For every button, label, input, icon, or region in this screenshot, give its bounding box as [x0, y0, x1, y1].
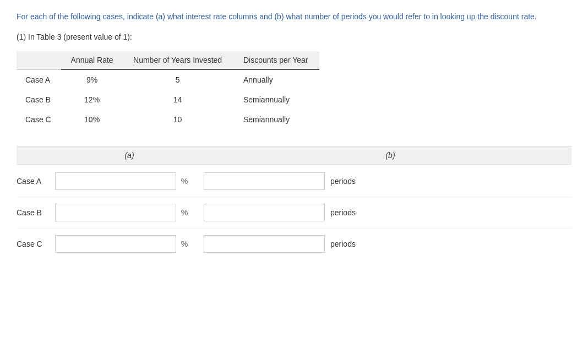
answer-row: Case A%periods	[17, 166, 571, 197]
cell-case: Case B	[17, 90, 61, 110]
answer-input-b-case-a[interactable]	[204, 172, 325, 190]
percent-sign: %	[176, 240, 193, 248]
answer-row: Case B%periods	[17, 197, 571, 229]
cell-discounts-per-year: Semiannually	[232, 90, 319, 110]
answer-header-a: (a)	[55, 151, 204, 160]
table-row: Case B12%14Semiannually	[17, 90, 319, 110]
answer-case-label: Case C	[17, 240, 55, 248]
cell-annual-rate: 10%	[61, 110, 123, 129]
answer-row: Case C%periods	[17, 229, 571, 259]
periods-label: periods	[330, 208, 369, 217]
cell-years-invested: 10	[123, 110, 232, 129]
cell-years-invested: 14	[123, 90, 232, 110]
cell-discounts-per-year: Annually	[232, 69, 319, 90]
percent-sign: %	[176, 208, 193, 217]
answer-case-label: Case B	[17, 208, 55, 217]
answer-input-a-case-a[interactable]	[55, 172, 176, 190]
table-row: Case C10%10Semiannually	[17, 110, 319, 129]
percent-sign: %	[176, 177, 193, 186]
data-table: Annual Rate Number of Years Invested Dis…	[17, 51, 319, 129]
cell-years-invested: 5	[123, 69, 232, 90]
answer-input-a-case-c[interactable]	[55, 235, 176, 253]
cell-annual-rate: 9%	[61, 69, 123, 90]
cell-case: Case A	[17, 69, 61, 90]
answer-rows-container: Case A%periodsCase B%periodsCase C%perio…	[17, 166, 571, 259]
answer-input-b-case-b[interactable]	[204, 204, 325, 221]
answer-case-label: Case A	[17, 177, 55, 186]
col-annual-rate-header: Annual Rate	[61, 51, 123, 69]
answer-header-b: (b)	[204, 151, 571, 160]
intro-text: For each of the following cases, indicat…	[17, 11, 571, 23]
cell-annual-rate: 12%	[61, 90, 123, 110]
answer-section-header: (a) (b)	[17, 146, 571, 165]
col-discounts-header: Discounts per Year	[232, 51, 319, 69]
periods-label: periods	[330, 177, 369, 186]
table-row: Case A9%5Annually	[17, 69, 319, 90]
subtitle: (1) In Table 3 (present value of 1):	[17, 32, 571, 41]
col-case-header	[17, 51, 61, 69]
cell-discounts-per-year: Semiannually	[232, 110, 319, 129]
cell-case: Case C	[17, 110, 61, 129]
answer-input-a-case-b[interactable]	[55, 204, 176, 221]
periods-label: periods	[330, 240, 369, 248]
col-years-invested-header: Number of Years Invested	[123, 51, 232, 69]
answer-input-b-case-c[interactable]	[204, 235, 325, 253]
